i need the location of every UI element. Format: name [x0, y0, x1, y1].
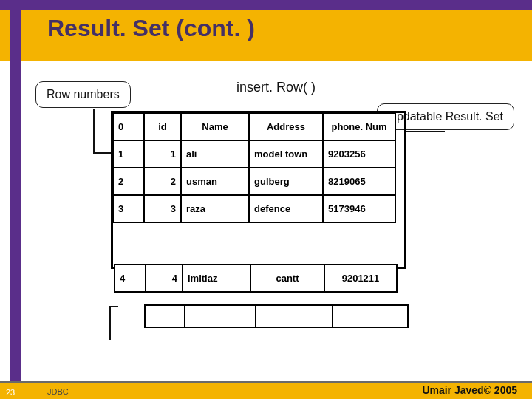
- cell-id: 1: [144, 140, 181, 168]
- cell-name: usman: [181, 168, 249, 195]
- cell-name: ali: [181, 140, 249, 168]
- callout-line: [93, 152, 112, 154]
- cell-name: imitiaz: [183, 265, 250, 292]
- cell-id: 3: [144, 195, 181, 222]
- table-row: 1 1 ali model town 9203256: [113, 140, 395, 168]
- top-stripe: [0, 0, 532, 10]
- cell-phone: 5173946: [323, 195, 395, 222]
- cell-phone: 9203256: [323, 140, 395, 168]
- cell-phone: 9201211: [324, 265, 397, 292]
- copyright: Umair Javed© 2005: [422, 384, 517, 396]
- blank-cell: [256, 305, 332, 327]
- cell-phone: 8219065: [323, 168, 395, 195]
- page-title: Result. Set (cont. ): [47, 15, 255, 42]
- cell-name: raza: [181, 195, 249, 222]
- cell-id: 2: [144, 168, 181, 195]
- method-label: insert. Row( ): [236, 80, 316, 95]
- cell-address: cantt: [250, 265, 324, 292]
- cell-id: 4: [146, 265, 183, 292]
- table-header-row: 0 id Name Address phone. Num: [113, 113, 395, 140]
- header-id: id: [144, 113, 181, 140]
- header-phone: phone. Num: [323, 113, 395, 140]
- cell-address: defence: [249, 195, 323, 222]
- insert-buffer-row: [144, 304, 409, 328]
- table-row: [145, 305, 408, 327]
- inserted-row-table: 4 4 imitiaz cantt 9201211: [114, 264, 398, 293]
- callout-line: [109, 306, 118, 307]
- cell-rownum: 1: [113, 140, 144, 168]
- table-row: 3 3 raza defence 5173946: [113, 195, 395, 222]
- left-stripe: [10, 0, 21, 399]
- callout-line: [405, 131, 445, 132]
- callout-line: [93, 109, 95, 152]
- cell-address: gulberg: [249, 168, 323, 195]
- callout-row-numbers: Row numbers: [35, 81, 131, 108]
- slide-number: 23: [6, 388, 15, 397]
- header-address: Address: [249, 113, 323, 140]
- cell-rownum: 4: [115, 265, 146, 292]
- blank-cell: [145, 305, 185, 327]
- blank-cell: [332, 305, 408, 327]
- cell-rownum: 2: [113, 168, 144, 195]
- cell-rownum: 3: [113, 195, 144, 222]
- footer-text: JDBC: [47, 387, 69, 396]
- cell-address: model town: [249, 140, 323, 168]
- table-row: 4 4 imitiaz cantt 9201211: [115, 265, 397, 292]
- result-set-table: 0 id Name Address phone. Num 1 1 ali mod…: [112, 112, 396, 223]
- header-rownum: 0: [113, 113, 144, 140]
- callout-line: [109, 306, 111, 340]
- header-name: Name: [181, 113, 249, 140]
- blank-cell: [185, 305, 256, 327]
- table-row: 2 2 usman gulberg 8219065: [113, 168, 395, 195]
